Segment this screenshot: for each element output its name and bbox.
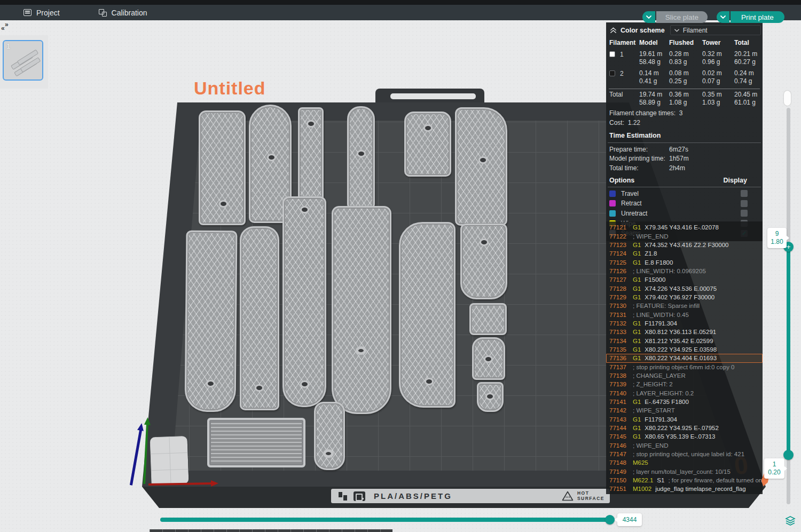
object-hole <box>302 382 308 386</box>
gcode-line[interactable]: 77126; LINE_WIDTH: 0.0969205 <box>606 267 763 275</box>
gcode-line[interactable]: 77136G1X80.222 Y34.404 E.01693 <box>606 354 763 362</box>
gcode-line[interactable]: 77134G1X81.212 Y35.42 E.02599 <box>606 336 763 345</box>
gcode-line[interactable]: 77128G1X74.226 Y43.536 E.00075 <box>606 284 763 292</box>
gcode-line[interactable]: 77133G1X80.812 Y36.113 E.05291 <box>606 328 763 336</box>
sliced-object <box>282 196 326 407</box>
gcode-line[interactable]: 77145G1X80.65 Y35.139 E-.07313 <box>606 432 763 441</box>
move-slider-track[interactable] <box>160 518 613 522</box>
gcode-token: G1 <box>633 276 641 283</box>
plate-list: 1 <box>0 35 48 89</box>
gcode-line-number: 77147 <box>609 451 629 457</box>
filament-swatch[interactable] <box>609 70 615 76</box>
gcode-line[interactable]: 77121G1X79.345 Y43.416 E-.02078 <box>606 223 763 232</box>
gcode-line[interactable]: 77139; Z_HEIGHT: 2 <box>606 380 763 388</box>
tab-project[interactable]: Project <box>16 5 67 20</box>
gcode-line[interactable]: 77129G1X79.402 Y36.927 F30000 <box>606 293 763 301</box>
object-hole <box>323 449 334 458</box>
move-slider-handle[interactable] <box>605 515 615 525</box>
collapse-panel-icon[interactable] <box>610 27 617 34</box>
gcode-line[interactable]: 77142; WIPE_START <box>606 406 763 415</box>
object-hole <box>302 208 308 212</box>
bottom-ruler-strip <box>150 529 392 532</box>
gcode-line-number: 77139 <box>609 381 629 387</box>
gcode-line[interactable]: 77138; CHANGE_LAYER <box>606 371 763 380</box>
prepare-time-row: Prepare time:6m27s <box>608 145 761 154</box>
sidebar-collapse-icon[interactable]: » « <box>1 22 11 31</box>
gcode-line-number: 77134 <box>609 338 629 344</box>
gcode-line[interactable]: 77150M622.1S1; for prev firware, default… <box>606 476 763 485</box>
gcode-token: G1 <box>633 320 641 327</box>
gcode-token: X80.65 Y35.139 E-.07313 <box>645 433 715 440</box>
display-title: Display <box>724 177 747 184</box>
gcode-line[interactable]: 77131; LINE_WIDTH: 0.45 <box>606 310 763 319</box>
option-color-swatch <box>609 210 616 217</box>
gcode-line[interactable]: 77146; WIPE_END <box>606 441 763 450</box>
prepare-time-value: 6m27s <box>669 146 688 154</box>
gcode-line[interactable]: 77124G1Z1.8 <box>606 249 763 258</box>
sliced-object <box>460 224 507 299</box>
print-plate-button[interactable]: Print plate <box>731 11 784 23</box>
gcode-line-number: 77128 <box>609 285 629 292</box>
gcode-line[interactable]: 77125G1E.8 F1800 <box>606 258 763 266</box>
gcode-line[interactable]: 77148M625 <box>606 458 763 467</box>
gcode-token: M1002 <box>633 486 651 492</box>
gcode-line[interactable]: 77122; WIPE_END <box>606 232 763 240</box>
gcode-line-number: 77122 <box>609 233 629 240</box>
gcode-line[interactable]: 77151M1002judge_flag timelapse_record_fl… <box>606 485 763 493</box>
gcode-line[interactable]: 77127G1F15000 <box>606 275 763 284</box>
filament-row: 20.14 m0.41 g0.08 m0.25 g0.02 m0.07 g0.2… <box>608 68 761 87</box>
plate-title[interactable]: Untitled <box>194 78 266 99</box>
gcode-line[interactable]: 77130; FEATURE: Sparse infill <box>606 301 763 310</box>
cost-value: 1.22 <box>628 119 640 126</box>
gcode-line[interactable]: 77137; stop printing object 6mm id:0 cop… <box>606 363 763 371</box>
slice-plate-button[interactable]: Slice plate <box>656 11 708 23</box>
gcode-line[interactable]: 77140; LAYER_HEIGHT: 0.2 <box>606 389 763 398</box>
gcode-viewer-panel[interactable]: 77121G1X79.345 Y43.416 E-.0207877122; WI… <box>606 221 763 494</box>
gcode-line[interactable]: 77132G1F11791.304 <box>606 319 763 328</box>
option-display-checkbox[interactable]: ✓ <box>741 200 748 207</box>
gcode-line[interactable]: 77135G1X80.222 Y34.925 E.03598 <box>606 345 763 354</box>
filament-number: 1 <box>620 51 624 59</box>
tab-calibration[interactable]: Calibration <box>91 5 155 20</box>
filament-swatch[interactable] <box>609 51 615 57</box>
layers-icon[interactable] <box>785 515 796 526</box>
gcode-line[interactable]: 77147; stop printing object, unique labe… <box>606 450 763 458</box>
gcode-token: X80.222 Y34.925 E.03598 <box>645 346 717 353</box>
color-scheme-select[interactable]: Filament <box>670 25 761 35</box>
option-label: Retract <box>621 200 642 207</box>
window-top-strip <box>0 0 801 5</box>
print-plate-dropdown-button[interactable] <box>717 11 729 23</box>
gcode-line[interactable]: 77149; layer num/total_layer_count: 10/1… <box>606 467 763 476</box>
gcode-line[interactable]: 77123G1X74.352 Y43.416 Z2.2 F30000 <box>606 241 763 249</box>
gcode-line-number: 77127 <box>609 276 629 283</box>
chevron-down-icon <box>720 15 726 19</box>
sliced-object <box>314 402 345 470</box>
object-hole <box>425 126 431 130</box>
layer-slider-bottom-handle[interactable] <box>783 450 794 460</box>
option-display-checkbox[interactable]: ✓ <box>741 210 748 217</box>
gcode-token: G1 <box>633 285 641 292</box>
gcode-line[interactable]: 77143G1F11791.304 <box>606 415 763 424</box>
time-estimation-title: Time Estimation <box>608 128 761 141</box>
table-cell: 19.74 m58.89 g <box>639 91 669 107</box>
option-display-checkbox[interactable]: ✓ <box>741 190 748 197</box>
object-hole <box>256 386 262 390</box>
gcode-token: G1 <box>633 425 641 431</box>
gcode-line[interactable]: 77144G1X80.222 Y34.925 E-.07952 <box>606 424 763 432</box>
gcode-token: X80.222 Y34.404 E.01693 <box>645 355 717 361</box>
gcode-line-number: 77142 <box>609 407 629 414</box>
slice-plate-split-button: Slice plate <box>642 11 708 23</box>
plate-thumbnail-1[interactable]: 1 <box>3 40 43 81</box>
one-layer-toggle[interactable] <box>784 91 791 106</box>
table-cell: 0.32 m0.96 g <box>702 50 734 66</box>
gcode-line[interactable]: 77141G1E-.64735 F1800 <box>606 398 763 406</box>
gcode-token: ; WIPE_END <box>633 233 668 240</box>
chevron-down-icon <box>674 29 679 32</box>
warning-triangle-icon <box>562 491 574 501</box>
gcode-token: E-.64735 F1800 <box>645 399 688 405</box>
slice-plate-dropdown-button[interactable] <box>642 11 655 23</box>
option-color-swatch <box>609 190 616 197</box>
gcode-token: X74.226 Y43.536 E.00075 <box>645 285 717 292</box>
gcode-token: M622.1 <box>633 477 653 483</box>
sliced-object-lid <box>207 418 305 467</box>
